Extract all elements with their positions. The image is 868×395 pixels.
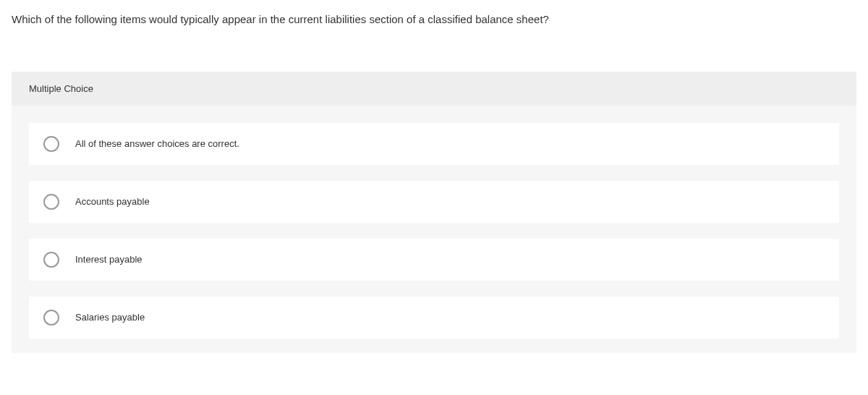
options-container: All of these answer choices are correct.… <box>12 106 856 339</box>
option-row[interactable]: Salaries payable <box>29 297 839 339</box>
radio-icon <box>43 252 59 268</box>
section-header: Multiple Choice <box>12 72 856 106</box>
option-row[interactable]: Accounts payable <box>29 181 839 223</box>
option-label: Interest payable <box>75 254 142 265</box>
option-row[interactable]: Interest payable <box>29 239 839 281</box>
option-row[interactable]: All of these answer choices are correct. <box>29 123 839 165</box>
option-label: Accounts payable <box>75 196 150 207</box>
question-text: Which of the following items would typic… <box>0 0 868 43</box>
option-label: All of these answer choices are correct. <box>75 138 239 149</box>
radio-icon <box>43 310 59 326</box>
option-label: Salaries payable <box>75 312 145 323</box>
radio-icon <box>43 194 59 210</box>
radio-icon <box>43 136 59 152</box>
answer-section: Multiple Choice All of these answer choi… <box>12 72 856 353</box>
